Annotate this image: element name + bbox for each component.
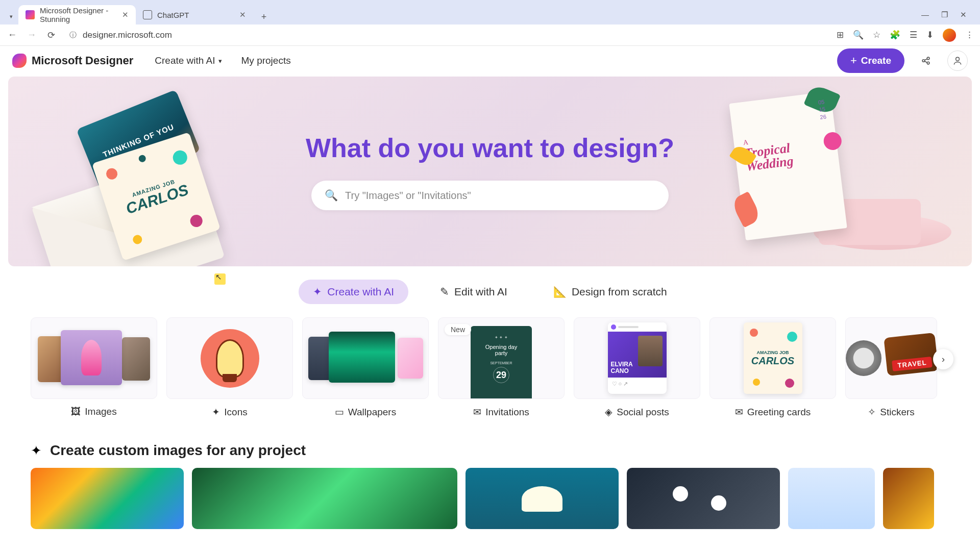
social-icon: ◈ — [605, 406, 612, 418]
action-design-scratch[interactable]: 📐 Design from scratch — [539, 280, 681, 304]
svg-line-3 — [924, 59, 927, 60]
category-social[interactable]: ELVIRA CANO ♡ ○ ↗ ◈Social posts — [574, 317, 700, 418]
category-images[interactable]: 🖼Images — [31, 317, 157, 418]
tab-chatgpt[interactable]: ChatGPT ✕ — [136, 5, 253, 24]
category-greeting[interactable]: AMAZING JOB CARLOS ✉Greeting cards — [709, 317, 836, 418]
hero-banner: THINKING OF YOU AMAZING JOB CARLOS What … — [8, 77, 972, 266]
back-button[interactable]: ← — [6, 30, 18, 40]
tab-search-dropdown[interactable]: ▾ — [4, 8, 18, 24]
hero-search[interactable]: 🔍 — [311, 181, 669, 210]
create-button[interactable]: + Create — [837, 48, 904, 73]
sparkle-icon: ✦ — [313, 286, 322, 298]
close-window-icon[interactable]: ✕ — [960, 10, 967, 19]
chevron-down-icon: ▾ — [218, 57, 222, 65]
reading-list-icon[interactable]: ☰ — [910, 30, 917, 40]
search-input[interactable] — [345, 190, 655, 202]
close-icon[interactable]: ✕ — [239, 10, 246, 19]
hero-decoration-left: THINKING OF YOU AMAZING JOB CARLOS — [39, 92, 233, 266]
category-carousel: 🖼Images ✦Icons ▭Wallpapers New — [31, 317, 949, 418]
close-icon[interactable]: ✕ — [122, 10, 129, 19]
url-text: designer.microsoft.com — [83, 30, 172, 40]
custom-image-item[interactable] — [627, 468, 780, 529]
custom-image-item[interactable] — [31, 468, 184, 529]
greeting-icon: ✉ — [735, 406, 743, 418]
nav-my-projects[interactable]: My projects — [234, 51, 298, 70]
custom-image-item[interactable] — [788, 468, 875, 529]
action-tabs: ✦ Create with AI ✎ Edit with AI 📐 Design… — [0, 280, 980, 304]
sticker-icon: ✧ — [868, 406, 876, 418]
designer-favicon-icon — [26, 10, 35, 19]
custom-image-item[interactable] — [883, 468, 934, 529]
address-bar[interactable]: ⓘ designer.microsoft.com — [64, 30, 829, 40]
action-edit-with-ai[interactable]: ✎ Edit with AI — [426, 280, 522, 304]
wand-icon: ✎ — [440, 286, 449, 298]
share-icon[interactable] — [916, 51, 936, 71]
section-title: Create custom images for any project — [50, 442, 306, 459]
window-controls: — ❐ ✕ — [921, 10, 976, 24]
new-tab-button[interactable]: + — [256, 9, 272, 24]
search-icon: 🔍 — [325, 189, 338, 202]
profile-avatar[interactable] — [943, 29, 956, 42]
app-title[interactable]: Microsoft Designer — [32, 54, 133, 67]
nav-create-with-ai[interactable]: Create with AI ▾ — [148, 51, 229, 70]
tab-designer[interactable]: Microsoft Designer - Stunning ✕ — [18, 5, 136, 24]
install-app-icon[interactable]: ⊞ — [837, 30, 844, 40]
custom-image-item[interactable] — [192, 468, 457, 529]
minimize-icon[interactable]: — — [921, 10, 929, 19]
menu-icon[interactable]: ⋮ — [965, 30, 974, 40]
browser-tab-strip: ▾ Microsoft Designer - Stunning ✕ ChatGP… — [0, 0, 980, 24]
zoom-icon[interactable]: 🔍 — [853, 30, 864, 40]
category-wallpapers[interactable]: ▭Wallpapers — [302, 317, 429, 418]
cursor-icon — [214, 273, 226, 285]
hero-card-tropical: 05 15 26 A Tropical Wedding — [729, 91, 847, 240]
downloads-icon[interactable]: ⬇ — [926, 30, 934, 40]
action-create-with-ai[interactable]: ✦ Create with AI — [299, 280, 408, 304]
tab-title: ChatGPT — [157, 11, 189, 19]
sparkle-section-icon: ✦ — [31, 443, 42, 459]
new-badge: New — [445, 324, 471, 335]
forward-button[interactable]: → — [26, 30, 38, 40]
svg-line-4 — [924, 61, 927, 63]
carousel-next-button[interactable]: › — [933, 349, 953, 369]
category-icons[interactable]: ✦Icons — [166, 317, 293, 418]
designer-logo-icon[interactable] — [12, 54, 27, 68]
maximize-icon[interactable]: ❐ — [941, 10, 948, 19]
hero-headline: What do you want to design? — [306, 133, 674, 163]
svg-point-5 — [956, 57, 960, 61]
tab-title: Microsoft Designer - Stunning — [40, 6, 117, 23]
reload-button[interactable]: ⟳ — [45, 30, 57, 41]
chatgpt-favicon-icon — [143, 10, 152, 19]
section-header: ✦ Create custom images for any project — [31, 442, 949, 459]
bookmark-icon[interactable]: ☆ — [873, 30, 880, 40]
site-info-icon[interactable]: ⓘ — [69, 31, 77, 40]
ruler-icon: 📐 — [553, 286, 567, 298]
extensions-icon[interactable]: 🧩 — [890, 30, 900, 40]
plus-icon: + — [850, 54, 857, 67]
browser-toolbar: ← → ⟳ ⓘ designer.microsoft.com ⊞ 🔍 ☆ 🧩 ☰… — [0, 24, 980, 46]
account-icon[interactable] — [947, 51, 968, 71]
app-header: Microsoft Designer Create with AI ▾ My p… — [0, 46, 980, 76]
custom-images-row — [31, 468, 949, 529]
image-icon: 🖼 — [71, 406, 81, 417]
category-stickers[interactable]: TRAVEL ✧Stickers — [845, 317, 937, 418]
icons-icon: ✦ — [212, 406, 220, 418]
wallpaper-icon: ▭ — [335, 406, 344, 418]
custom-image-item[interactable] — [465, 468, 619, 529]
invitation-icon: ✉ — [473, 406, 481, 418]
hero-decoration-right: 05 15 26 A Tropical Wedding — [717, 92, 951, 265]
category-invitations[interactable]: New ✦ ✦ ✦ Opening day party SEPTEMBER 29… — [438, 317, 565, 418]
